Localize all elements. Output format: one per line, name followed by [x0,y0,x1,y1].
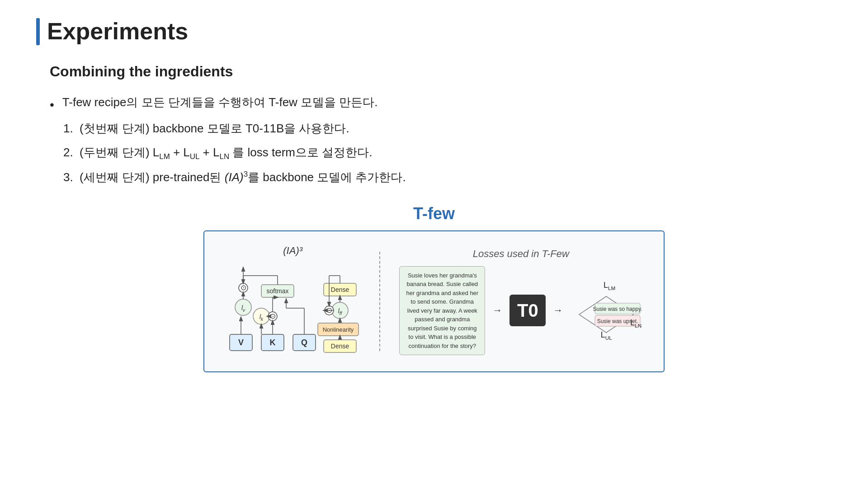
sub-lm: LM [159,152,170,161]
sub-ln: LN [219,152,229,161]
ia-svg: V K Q lk ⊙ lv ⊙ softmax [221,263,365,358]
svg-text:Dense: Dense [330,286,349,293]
svg-text:⊙: ⊙ [240,284,246,291]
outputs-with-labels: LLM Susie was so happy. Susie was upset.… [570,281,642,340]
svg-text:Q: Q [301,338,307,347]
diagram-separator [379,252,380,351]
step-3-num: 3. [63,169,80,186]
section-subtitle: Combining the ingredients [50,63,832,80]
step-2-num: 2. [63,144,80,161]
svg-marker-48 [579,296,633,333]
arrow-to-outputs: → [553,305,563,316]
svg-text:Nonlinearity: Nonlinearity [322,326,354,333]
bullet-text: T-few recipe의 모든 단계들을 수행하여 T-few 모델을 만든다… [62,94,378,111]
svg-text:V: V [238,338,244,347]
svg-point-10 [235,299,251,315]
losses-section: Losses used in T-Few Susie loves her gra… [390,248,652,356]
ia-title: (IA)³ [283,245,302,257]
loss-ul-label: LUL [601,330,612,341]
step-1: 1. (첫번째 단계) backbone 모델로 T0-11B을 사용한다. [63,120,832,137]
ia-diagram: (IA)³ V K Q lk ⊙ lv ⊙ softmax [216,245,370,358]
story-box: Susie loves her grandma's banana bread. … [399,266,485,356]
bullet-item-main: • T-few recipe의 모든 단계들을 수행하여 T-few 모델을 만… [50,94,832,114]
svg-point-33 [332,302,348,319]
sub-ul: UL [190,152,200,161]
step-1-text: (첫번째 단계) backbone 모델로 T0-11B을 사용한다. [80,120,349,137]
step-2-text: (두번째 단계) LLM + LUL + LLN 를 loss term으로 설… [80,144,372,163]
page-title: Experiments [47,18,188,45]
tfew-diagram: (IA)³ V K Q lk ⊙ lv ⊙ softmax [203,230,665,372]
steps-list: 1. (첫번째 단계) backbone 모델로 T0-11B을 사용한다. 2… [63,120,832,187]
loss-ln-label: LLN [630,318,642,328]
t0-box: T0 [509,295,546,326]
svg-text:⊙: ⊙ [269,312,275,320]
step-1-num: 1. [63,120,80,137]
outputs-container: LLM Susie was so happy. Susie was upset.… [570,281,642,340]
losses-title: Losses used in T-Few [473,248,569,260]
step-3-text: (세번째 단계) pre-trained된 (IA)3를 backbone 모델… [80,169,406,186]
svg-text:K: K [269,338,275,347]
tfew-diagram-title: T-few [36,204,832,223]
losses-inner: Susie loves her grandma's banana bread. … [399,266,642,356]
svg-text:softmax: softmax [266,287,288,295]
loss-lm-label: LLM [604,281,615,291]
step-3: 3. (세번째 단계) pre-trained된 (IA)3를 backbone… [63,169,832,186]
svg-point-6 [253,308,269,324]
blue-accent-bar [36,18,40,45]
svg-text:Dense: Dense [330,343,349,350]
page-header: Experiments [36,18,832,45]
main-bullet-list: • T-few recipe의 모든 단계들을 수행하여 T-few 모델을 만… [50,94,832,114]
bullet-dot: • [50,95,54,114]
step-2: 2. (두번째 단계) LLM + LUL + LLN 를 loss term으… [63,144,832,163]
arrow-to-t0: → [492,305,502,316]
svg-text:Susie was so happy.: Susie was so happy. [593,306,642,312]
